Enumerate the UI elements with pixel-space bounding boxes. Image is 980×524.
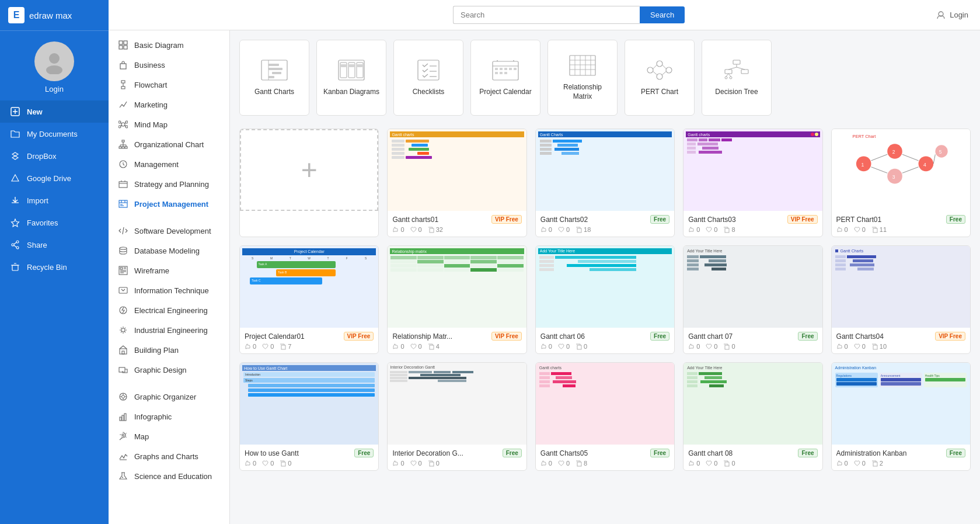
template-card-gantt-charts05[interactable]: Gantt charts Gantt Charts05 xyxy=(535,362,675,471)
cat-item-info-tech[interactable]: Information Technique xyxy=(109,280,229,300)
gantt03-name: Gantt Charts03 xyxy=(688,216,735,224)
sidebar-item-dropbox[interactable]: DropBox xyxy=(0,145,109,167)
svg-marker-3 xyxy=(12,152,18,156)
gantt02-badge: Free xyxy=(650,215,669,224)
header-card-kanban[interactable]: Kanban Diagrams xyxy=(316,40,386,116)
svg-rect-42 xyxy=(122,351,124,354)
cat-item-graphs-charts[interactable]: Graphs and Charts xyxy=(109,446,229,466)
template-card-gantt06[interactable]: Add Your Title Here Gantt chart 06 xyxy=(535,245,675,354)
cat-item-management[interactable]: Management xyxy=(109,154,229,174)
sidebar-item-share-label: Share xyxy=(27,241,47,249)
gantt-charts05-thumb: Gantt charts xyxy=(536,363,674,445)
cat-item-graphic-design[interactable]: Graphic Design xyxy=(109,360,229,380)
gantt01-info: Gantt charts01 VIP Free 0 0 xyxy=(388,211,526,237)
cat-info-tech-label: Information Technique xyxy=(134,286,209,295)
template-card-admin-kanban[interactable]: Administration Kanban Regulations Announ… xyxy=(831,362,971,471)
cat-item-organizational-chart[interactable]: Organizational Chart xyxy=(109,134,229,154)
svg-text:PERT Chart: PERT Chart xyxy=(852,134,876,139)
sidebar-item-share[interactable]: Share xyxy=(0,234,109,256)
sidebar-item-new-label: New xyxy=(27,107,43,116)
cat-item-electrical-eng[interactable]: Electrical Engineering xyxy=(109,300,229,320)
svg-point-7 xyxy=(16,241,19,243)
interior-dec-badge: Free xyxy=(503,449,522,457)
template-card-interior-dec[interactable]: Interior Decoration Gantt Interior Decor xyxy=(387,362,526,471)
cat-management-label: Management xyxy=(134,160,179,169)
cat-item-graphic-organizer[interactable]: Graphic Organizer xyxy=(109,387,229,407)
svg-rect-65 xyxy=(341,64,346,67)
cat-item-strategy[interactable]: Strategy and Planning xyxy=(109,174,229,194)
cat-item-marketing[interactable]: Marketing xyxy=(109,95,229,114)
template-card-gantt03[interactable]: Gantt charts xyxy=(683,129,822,237)
svg-rect-78 xyxy=(504,68,507,70)
sidebar-item-favorites[interactable]: Favorites xyxy=(0,211,109,234)
cat-item-infographic[interactable]: Infographic xyxy=(109,407,229,426)
svg-rect-12 xyxy=(119,41,123,44)
svg-point-9 xyxy=(16,247,19,249)
header-card-project-calendar[interactable]: Project Calendar xyxy=(470,40,540,116)
header-card-pert-chart[interactable]: PERT Chart xyxy=(625,40,695,116)
template-card-gantt02[interactable]: Gantt Charts Gantt Charts02 xyxy=(535,129,675,237)
svg-point-19 xyxy=(121,123,125,126)
svg-rect-37 xyxy=(120,268,123,269)
template-card-project-cal01[interactable]: Project Calendar SMTWTFS Task A Task B T… xyxy=(239,245,379,354)
user-avatar-area[interactable]: Login xyxy=(0,31,109,100)
sidebar-item-google-drive[interactable]: Google Drive xyxy=(0,167,109,189)
template-card-gantt01[interactable]: Gantt charts Gantt char xyxy=(387,129,526,237)
new-template-thumb: + xyxy=(240,129,378,211)
cat-item-building-plan[interactable]: Building Plan xyxy=(109,340,229,360)
header-card-decision-tree[interactable]: Decision Tree xyxy=(702,40,772,116)
svg-line-125 xyxy=(871,167,887,173)
sidebar-item-recycle-bin-label: Recycle Bin xyxy=(27,263,67,272)
graphs-charts-icon xyxy=(118,451,128,461)
cat-item-basic-diagram[interactable]: Basic Diagram xyxy=(109,35,229,55)
interior-dec-name: Interior Decoration G... xyxy=(392,449,463,457)
left-panel: Basic Diagram Business Flowchart Marketi… xyxy=(109,30,230,524)
kanban-header-label: Kanban Diagrams xyxy=(323,88,379,97)
template-card-gantt08[interactable]: Add Your Title Here Gantt chart 08 xyxy=(683,362,822,471)
svg-line-127 xyxy=(902,167,918,173)
template-card-gantt07[interactable]: Add Your Title Here Gantt chart 07 xyxy=(683,245,822,354)
gantt07-badge: Free xyxy=(798,332,817,341)
sidebar-item-my-documents[interactable]: My Documents xyxy=(0,123,109,145)
science-icon xyxy=(118,471,128,481)
template-card-pert01[interactable]: PERT Chart 1 2 3 4 5 xyxy=(831,129,971,237)
template-card-how-to-gantt[interactable]: How to Use Gantt Chart Introduction Step… xyxy=(239,362,379,471)
svg-rect-104 xyxy=(725,70,732,74)
sidebar-item-new[interactable]: New xyxy=(0,100,109,123)
svg-point-35 xyxy=(120,247,127,249)
management-icon xyxy=(118,159,128,169)
cat-item-business[interactable]: Business xyxy=(109,55,229,75)
gantt06-info: Gantt chart 06 Free 0 0 0 xyxy=(536,328,674,353)
header-card-relationship-matrix[interactable]: Relationship Matrix xyxy=(547,40,618,116)
cat-item-science-education[interactable]: Science and Education xyxy=(109,466,229,486)
header-card-gantt-charts[interactable]: Gantt Charts xyxy=(239,40,309,116)
search-input[interactable] xyxy=(453,6,640,24)
cat-item-wireframe[interactable]: Wireframe xyxy=(109,261,229,280)
svg-rect-139 xyxy=(873,462,877,466)
template-card-rel-matrix01[interactable]: Relationship matrix Relationship Matr... xyxy=(387,245,526,354)
svg-rect-52 xyxy=(124,414,126,421)
template-card-gantt-charts04[interactable]: Gantt Charts Gantt Charts04 xyxy=(831,245,971,354)
cat-item-database-modeling[interactable]: Database Modeling xyxy=(109,241,229,261)
content-area: Basic Diagram Business Flowchart Marketi… xyxy=(109,30,980,524)
gantt08-info: Gantt chart 08 Free 0 0 0 xyxy=(683,445,822,470)
topbar: Search Login xyxy=(109,0,980,30)
svg-rect-76 xyxy=(495,68,498,70)
svg-line-102 xyxy=(728,67,737,70)
sidebar-item-recycle-bin[interactable]: Recycle Bin xyxy=(0,256,109,278)
cat-item-software-dev[interactable]: Software Development xyxy=(109,221,229,241)
gantt08-badge: Free xyxy=(798,449,817,457)
search-button[interactable]: Search xyxy=(640,6,685,23)
admin-kanban-thumb: Administration Kanban Regulations Announ… xyxy=(832,363,970,445)
template-card-new[interactable]: + xyxy=(239,129,379,237)
cat-item-map[interactable]: Map xyxy=(109,426,229,446)
header-card-checklists[interactable]: Checklists xyxy=(393,40,463,116)
sidebar-item-import[interactable]: Import xyxy=(0,189,109,211)
cat-item-flowchart[interactable]: Flowchart xyxy=(109,75,229,95)
svg-rect-77 xyxy=(500,68,503,70)
svg-point-45 xyxy=(122,395,125,398)
cat-item-project-management[interactable]: Project Management xyxy=(109,194,229,214)
cat-item-industrial-eng[interactable]: Industrial Engineering xyxy=(109,320,229,340)
star-icon xyxy=(9,217,21,228)
cat-item-mind-map[interactable]: Mind Map xyxy=(109,114,229,134)
